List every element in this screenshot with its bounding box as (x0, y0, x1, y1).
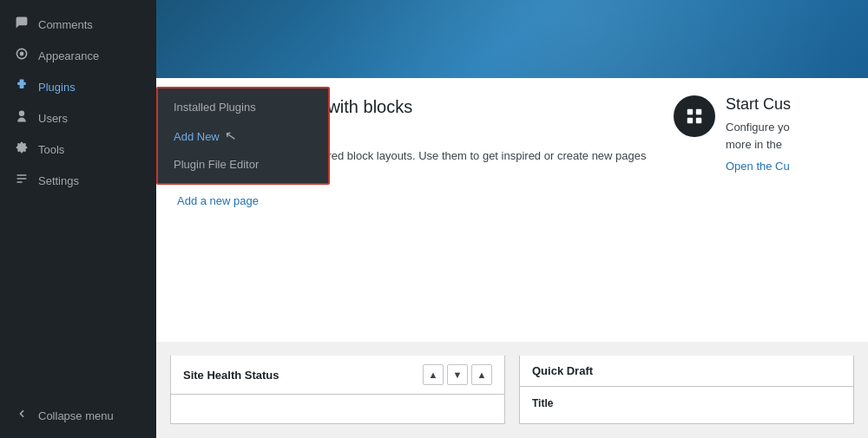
submenu-plugin-file-editor[interactable]: Plugin File Editor (158, 151, 328, 178)
widget-expand-btn[interactable]: ▲ (471, 364, 492, 385)
sidebar: Comments Appearance Plugins Users Tools … (0, 0, 156, 438)
svg-rect-4 (696, 118, 701, 123)
svg-rect-3 (687, 118, 693, 123)
right-panel-heading: Start Cus (726, 95, 791, 114)
sidebar-item-settings-label: Settings (38, 174, 79, 187)
right-panel-desc: Configure yo more in the (726, 119, 791, 153)
sidebar-item-users[interactable]: Users (0, 102, 156, 134)
submenu-installed-plugins[interactable]: Installed Plugins (158, 94, 328, 121)
tools-icon (12, 141, 31, 158)
sidebar-item-comments[interactable]: Comments (0, 9, 156, 40)
plugins-submenu: Installed Plugins Add New↖ Plugin File E… (156, 87, 330, 185)
sidebar-item-appearance[interactable]: Appearance (0, 40, 156, 71)
site-health-body (171, 395, 504, 415)
users-icon (12, 109, 31, 127)
sidebar-item-plugins-label: Plugins (38, 81, 76, 94)
sidebar-item-users-label: Users (38, 112, 68, 125)
quick-draft-title: Quick Draft (532, 364, 593, 377)
widget-collapse-down-btn[interactable]: ▼ (447, 364, 468, 385)
sidebar-collapse[interactable]: Collapse menu (0, 400, 156, 431)
site-health-controls: ▲ ▼ ▲ (423, 364, 492, 385)
svg-point-0 (20, 52, 24, 56)
quick-draft-field-label: Title (532, 397, 841, 409)
appearance-icon (12, 47, 31, 64)
widget-collapse-up-btn[interactable]: ▲ (423, 364, 444, 385)
hero-banner (156, 0, 868, 78)
svg-rect-2 (696, 109, 701, 114)
customizer-icon-circle (674, 95, 715, 137)
open-customizer-link[interactable]: Open the Cu (726, 160, 790, 173)
right-panel-text: Start Cus Configure yo more in the Open … (726, 95, 791, 173)
submenu-add-new[interactable]: Add New↖ (158, 121, 328, 151)
sidebar-item-settings[interactable]: Settings (0, 165, 156, 196)
sidebar-item-tools[interactable]: Tools (0, 134, 156, 165)
site-health-widget: Site Health Status ▲ ▼ ▲ (170, 356, 505, 424)
svg-rect-1 (687, 109, 693, 114)
settings-icon (12, 172, 31, 189)
sidebar-item-comments-label: Comments (38, 18, 93, 31)
quick-draft-widget: Quick Draft Title (519, 356, 854, 424)
site-health-header: Site Health Status ▲ ▼ ▲ (171, 356, 504, 395)
sidebar-item-tools-label: Tools (38, 143, 64, 156)
site-health-title: Site Health Status (183, 369, 279, 382)
widgets-row: Site Health Status ▲ ▼ ▲ Quick Draft Tit… (156, 342, 868, 438)
collapse-icon (12, 407, 31, 424)
plugins-icon (12, 78, 31, 95)
sidebar-collapse-label: Collapse menu (38, 409, 114, 422)
sidebar-item-appearance-label: Appearance (38, 49, 99, 62)
sidebar-item-plugins[interactable]: Plugins (0, 71, 156, 102)
comments-icon (12, 16, 31, 33)
quick-draft-header: Quick Draft (520, 356, 853, 387)
content-right: Start Cus Configure yo more in the Open … (674, 95, 847, 324)
add-new-page-link[interactable]: Add a new page (177, 194, 259, 207)
main-content: Author rich content with blocks nd patte… (156, 0, 868, 438)
quick-draft-body: Title (520, 387, 853, 423)
